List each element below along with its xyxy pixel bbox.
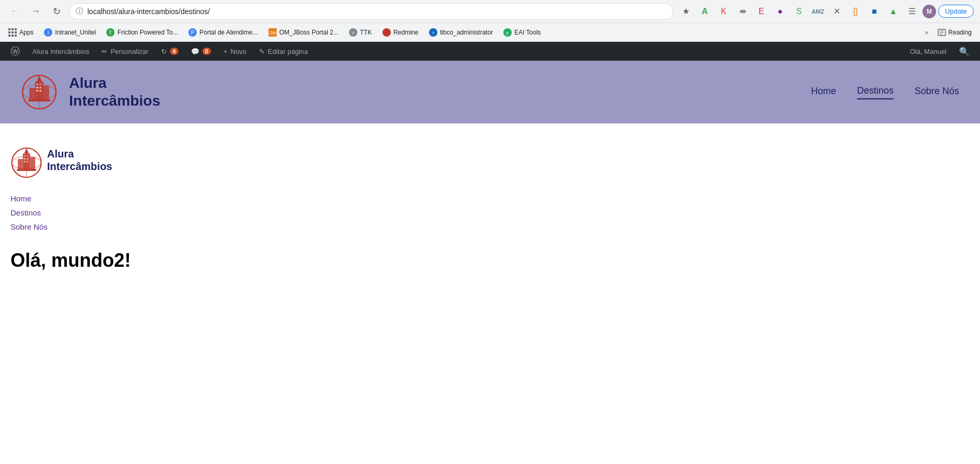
forward-button[interactable]: → — [27, 3, 44, 20]
wp-edit-page[interactable]: ✎ Editar página — [253, 42, 314, 61]
wp-user-greeting[interactable]: Olá, Manuel — [904, 48, 953, 55]
wp-comments-icon: 💬 — [191, 48, 199, 55]
bookmark-apps[interactable]: Apps — [4, 26, 38, 39]
update-button[interactable]: Update — [938, 5, 974, 18]
ext-s-icon[interactable]: S — [791, 3, 807, 20]
bookmarks-bar: Apps i Intranet_Unitel f Friction Powere… — [0, 23, 980, 42]
content-nav: Home Destinos Sobre Nós — [10, 191, 970, 234]
site-logo-area: Alura Intercâmbios — [21, 71, 160, 113]
page-title: Olá, mundo2! — [10, 250, 970, 271]
tibco-favicon: T — [429, 28, 437, 37]
wp-customize-icon: ✏ — [102, 48, 107, 55]
wp-customize[interactable]: ✏ Personalizar — [95, 42, 154, 61]
content-logo-text: Alura Intercâmbios — [47, 148, 112, 173]
bookmark-friction[interactable]: f Friction Powered To... — [102, 26, 182, 39]
bookmark-tibco[interactable]: T tibco_administrator — [425, 26, 497, 39]
friction-label: Friction Powered To... — [117, 29, 178, 36]
nav-destinos[interactable]: Destinos — [857, 85, 894, 99]
bookmarks-more-button[interactable]: » — [922, 27, 932, 38]
svg-text:T: T — [432, 31, 434, 36]
bookmark-ttk[interactable]: T TTK — [345, 26, 376, 39]
svg-rect-26 — [36, 90, 38, 92]
ext-bracket-icon[interactable]: [] — [847, 3, 864, 20]
redmine-favicon — [382, 28, 391, 37]
svg-text:f: f — [110, 30, 111, 36]
ext-circle-icon[interactable]: ● — [772, 3, 788, 20]
svg-text:i: i — [48, 30, 49, 36]
content-nav-sobre-nos[interactable]: Sobre Nós — [10, 220, 970, 234]
ext-list-icon[interactable]: ☰ — [904, 3, 920, 20]
wp-updates[interactable]: ↻ 4 — [155, 42, 185, 61]
wp-new-label: Novo — [231, 48, 246, 55]
wp-logo-icon: ⓦ — [10, 45, 20, 58]
intranet-favicon: i — [44, 28, 52, 37]
wp-updates-icon: ↻ — [161, 48, 167, 55]
ext-e-icon[interactable]: E — [753, 3, 770, 20]
svg-rect-38 — [24, 158, 26, 160]
lock-icon: ⓘ — [76, 7, 83, 16]
content-logo-icon — [10, 144, 42, 176]
address-bar[interactable]: ⓘ localhost/alura-intercambios/destinos/ — [69, 3, 673, 20]
reload-button[interactable]: ↻ — [48, 3, 65, 20]
ext-green-icon[interactable]: ▲ — [885, 3, 902, 20]
ttk-label: TTK — [360, 29, 372, 36]
site-logo-icon — [21, 71, 63, 113]
omjboss-favicon: OM — [268, 28, 277, 37]
wp-edit-label: Editar página — [268, 48, 308, 55]
svg-text:E: E — [506, 31, 509, 36]
reading-icon — [938, 28, 946, 37]
svg-rect-29 — [43, 86, 49, 100]
wp-updates-badge: 4 — [170, 48, 178, 55]
svg-rect-43 — [30, 157, 36, 170]
back-button[interactable]: ← — [6, 3, 23, 20]
logo-line1: Alura — [69, 74, 160, 92]
reading-mode-button[interactable]: Reading — [933, 26, 976, 39]
ext-k-icon[interactable]: K — [715, 3, 732, 20]
star-button[interactable]: ★ — [678, 3, 694, 20]
svg-point-10 — [382, 28, 391, 37]
nav-sobre-nos[interactable]: Sobre Nós — [915, 86, 959, 99]
content-nav-destinos[interactable]: Destinos — [10, 206, 970, 220]
wp-edit-icon: ✎ — [259, 48, 265, 55]
svg-text:OM: OM — [268, 30, 276, 36]
wp-admin-right: Olá, Manuel 🔍 — [904, 47, 976, 56]
content-logo-line2: Intercâmbios — [47, 160, 112, 173]
ttk-favicon: T — [349, 28, 357, 37]
wp-search-icon[interactable]: 🔍 — [953, 47, 976, 56]
svg-rect-24 — [36, 87, 38, 88]
portal-label: Portal de Atendime... — [199, 29, 257, 36]
omjboss-label: OM_JBoss Portal 2... — [279, 29, 339, 36]
site-main: Alura Intercâmbios Home Destinos Sobre N… — [0, 123, 980, 292]
bookmark-redmine[interactable]: Redmine — [378, 26, 423, 39]
bookmark-eai[interactable]: E EAI Tools — [499, 26, 545, 39]
user-avatar[interactable]: M — [922, 5, 936, 18]
ext-amz-icon[interactable]: AMZ — [809, 3, 826, 20]
wp-comments[interactable]: 💬 0 — [185, 42, 217, 61]
wp-greeting-text: Olá, Manuel — [910, 48, 947, 55]
svg-text:P: P — [191, 30, 195, 36]
wp-new-icon: + — [223, 48, 228, 55]
ext-x-icon[interactable]: ✕ — [828, 3, 845, 20]
wp-logo-item[interactable]: ⓦ — [4, 42, 26, 61]
url-text: localhost/alura-intercambios/destinos/ — [87, 7, 210, 16]
apps-grid-icon — [8, 28, 17, 37]
wp-site-name[interactable]: Alura Intercâmbios — [26, 42, 95, 61]
nav-right-buttons: ★ A K ⇼ E ● S AMZ ✕ [] ■ ▲ ☰ M Update — [678, 3, 974, 20]
wp-new[interactable]: + Novo — [217, 42, 253, 61]
redmine-label: Redmine — [393, 29, 419, 36]
nav-bar: ← → ↻ ⓘ localhost/alura-intercambios/des… — [0, 0, 980, 23]
wp-site-name-label: Alura Intercâmbios — [32, 48, 89, 55]
bookmark-omjboss[interactable]: OM OM_JBoss Portal 2... — [264, 26, 343, 39]
wp-customize-label: Personalizar — [110, 48, 148, 55]
ext-grid-icon[interactable]: ⇼ — [734, 3, 751, 20]
ext-a-icon[interactable]: A — [696, 3, 713, 20]
nav-home[interactable]: Home — [811, 86, 836, 99]
tibco-label: tibco_administrator — [440, 29, 493, 36]
content-nav-home[interactable]: Home — [10, 191, 970, 206]
site-logo-text: Alura Intercâmbios — [69, 74, 160, 109]
site-nav: Home Destinos Sobre Nós — [811, 85, 959, 99]
bookmark-portal[interactable]: P Portal de Atendime... — [184, 26, 262, 39]
ext-blue-icon[interactable]: ■ — [866, 3, 883, 20]
bookmark-intranet[interactable]: i Intranet_Unitel — [40, 26, 100, 39]
portal-favicon: P — [188, 28, 197, 37]
